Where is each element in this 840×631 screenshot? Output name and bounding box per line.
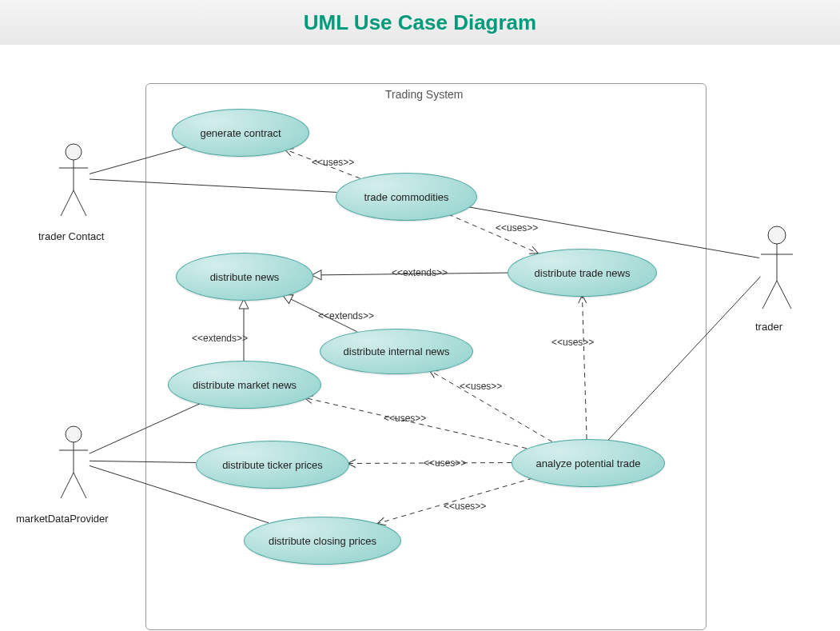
usecase-trade-commodities: trade commodities — [336, 173, 477, 221]
usecase-generate-contract: generate contract — [172, 109, 309, 157]
system-title: Trading System — [385, 88, 464, 101]
usecase-label: distribute ticker prices — [222, 459, 323, 471]
usecase-label: distribute closing prices — [269, 535, 376, 547]
relationship-label: <<uses>> — [551, 337, 594, 348]
actor-market-data-provider — [58, 425, 90, 501]
usecase-distribute-internal-news: distribute internal news — [320, 329, 473, 374]
svg-line-14 — [777, 281, 791, 309]
actor-icon — [759, 225, 794, 313]
svg-line-8 — [61, 473, 74, 498]
usecase-label: distribute internal news — [344, 345, 450, 357]
relationship-label: <<uses>> — [496, 222, 538, 234]
relationship-label: <<extends>> — [392, 267, 448, 278]
usecase-distribute-news: distribute news — [176, 253, 313, 301]
diagram-canvas: Trading System generate contract trade c… — [0, 45, 840, 631]
usecase-distribute-trade-news: distribute trade news — [508, 249, 657, 297]
relationship-label: <<uses>> — [312, 157, 354, 168]
page-title: UML Use Case Diagram — [304, 10, 536, 35]
usecase-distribute-closing-prices: distribute closing prices — [244, 517, 401, 565]
actor-icon — [58, 142, 90, 218]
header: UML Use Case Diagram — [0, 0, 840, 45]
usecase-label: distribute trade news — [535, 267, 631, 279]
svg-line-13 — [762, 281, 777, 309]
relationship-label: <<uses>> — [384, 413, 426, 424]
usecase-label: analyze potential trade — [536, 457, 641, 469]
svg-line-3 — [61, 190, 74, 216]
svg-point-0 — [66, 144, 82, 160]
svg-line-9 — [74, 473, 86, 498]
actor-trader-contact — [58, 142, 90, 218]
relationship-label: <<uses>> — [424, 457, 466, 469]
usecase-label: distribute news — [210, 271, 280, 283]
usecase-label: distribute market news — [193, 379, 297, 391]
svg-line-4 — [74, 190, 86, 216]
actor-trader — [759, 225, 794, 313]
usecase-distribute-ticker-prices: distribute ticker prices — [196, 441, 349, 489]
actor-label: marketDataProvider — [16, 513, 109, 525]
relationship-label: <<extends>> — [318, 310, 374, 321]
relationship-label: <<uses>> — [460, 381, 502, 392]
actor-icon — [58, 425, 90, 501]
svg-point-5 — [66, 426, 82, 442]
svg-point-10 — [768, 226, 786, 244]
actor-label: trader Contact — [38, 230, 104, 242]
usecase-distribute-market-news: distribute market news — [168, 361, 321, 409]
usecase-label: generate contract — [200, 127, 281, 139]
usecase-label: trade commodities — [364, 191, 448, 203]
usecase-analyze-potential-trade: analyze potential trade — [512, 439, 665, 487]
actor-label: trader — [755, 321, 782, 333]
relationship-label: <<uses>> — [444, 501, 486, 512]
relationship-label: <<extends>> — [192, 333, 248, 344]
